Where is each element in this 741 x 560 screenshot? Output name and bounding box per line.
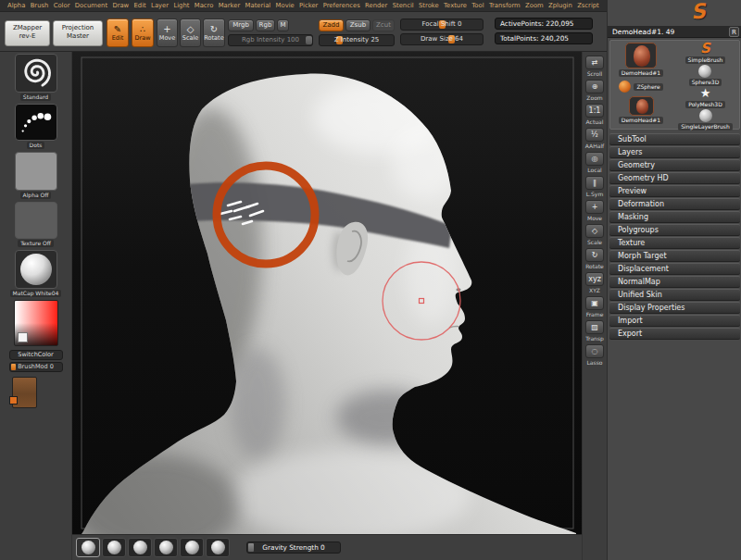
- menu-item-color[interactable]: Color: [54, 0, 70, 12]
- menu-item-alpha[interactable]: Alpha: [7, 0, 25, 12]
- tool-item-zsphere[interactable]: ZSphere: [619, 81, 662, 93]
- menu-item-picker[interactable]: Picker: [299, 0, 318, 12]
- restore-button[interactable]: R: [729, 27, 739, 37]
- brush-mod-slider[interactable]: BrushMod 0: [9, 362, 63, 372]
- color-swatch[interactable]: [18, 332, 28, 342]
- brush-preset-thumb[interactable]: [180, 538, 204, 557]
- zmapper-button[interactable]: ZMapper rev-E: [5, 20, 50, 46]
- menu-item-transform[interactable]: Transform: [489, 0, 521, 12]
- brush-preset-thumb[interactable]: [154, 538, 178, 557]
- brush-preset-thumb[interactable]: [128, 538, 152, 557]
- menu-item-preferences[interactable]: Preferences: [323, 0, 360, 12]
- palette-section-morph-target[interactable]: Morph Target: [609, 250, 740, 262]
- palette-section-display-properties[interactable]: Display Properties: [609, 302, 740, 314]
- palette-section-texture[interactable]: Texture: [609, 237, 740, 249]
- palette-section-preview[interactable]: Preview: [609, 185, 740, 197]
- menu-item-movie[interactable]: Movie: [276, 0, 295, 12]
- shelf-button-transp[interactable]: ▨Transp: [585, 320, 604, 342]
- viewport-canvas[interactable]: [72, 52, 582, 534]
- switch-color-button[interactable]: SwitchColor: [9, 350, 63, 360]
- brush-preset-thumb[interactable]: [76, 538, 100, 557]
- menu-item-stroke[interactable]: Stroke: [419, 0, 439, 12]
- palette-section-normalmap[interactable]: NormalMap: [609, 276, 740, 288]
- material-selector[interactable]: [15, 250, 57, 289]
- palette-section-masking[interactable]: Masking: [609, 211, 740, 223]
- menu-item-zoom[interactable]: Zoom: [525, 0, 544, 12]
- focal-shift-slider[interactable]: Focal Shift 0: [400, 19, 484, 31]
- menu-item-zplugin[interactable]: Zplugin: [548, 0, 572, 12]
- menu-item-marker[interactable]: Marker: [219, 0, 241, 12]
- palette-section-geometry-hd[interactable]: Geometry HD: [609, 172, 740, 184]
- zbrush-window: AlphaBrushColorDocumentDrawEditLayerLigh…: [0, 0, 741, 560]
- move-button[interactable]: + Move: [157, 19, 178, 47]
- menu-item-stencil[interactable]: Stencil: [393, 0, 414, 12]
- zadd-button[interactable]: Zadd: [319, 19, 344, 31]
- rgb-intensity-slider[interactable]: Rgb Intensity 100: [228, 34, 313, 46]
- zsub-button[interactable]: Zsub: [345, 19, 370, 31]
- shelf-button-rotate[interactable]: ↻Rotate: [585, 248, 604, 269]
- shelf-button-lasso[interactable]: ◌Lasso: [585, 344, 604, 366]
- palette-section-deformation[interactable]: Deformation: [609, 198, 740, 210]
- palette-section-export[interactable]: Export: [609, 328, 740, 340]
- alpha-selector[interactable]: [15, 152, 57, 191]
- palette-section-geometry[interactable]: Geometry: [609, 159, 740, 171]
- menu-item-light[interactable]: Light: [173, 0, 189, 12]
- shelf-button-xyz[interactable]: xyzXYZ: [585, 272, 604, 293]
- palette-section-subtool[interactable]: SubTool: [609, 133, 740, 145]
- menu-item-material[interactable]: Material: [245, 0, 271, 12]
- stroke-selector[interactable]: [15, 104, 57, 141]
- tool-item-sphere3d[interactable]: Sphere3D: [689, 65, 722, 86]
- menu-item-texture[interactable]: Texture: [444, 0, 467, 12]
- edit-button[interactable]: ✎ Edit: [107, 19, 129, 47]
- brush-preset-thumb[interactable]: [102, 538, 126, 557]
- brush-selector[interactable]: [15, 54, 57, 93]
- shelf-button-move[interactable]: +Move: [585, 200, 604, 221]
- shelf-button-zoom[interactable]: ⊕Zoom: [585, 80, 604, 101]
- menu-item-zscript[interactable]: Zscript: [577, 0, 599, 12]
- palette-section-import[interactable]: Import: [609, 315, 740, 327]
- scale-button[interactable]: ◇ Scale: [180, 19, 201, 47]
- menu-item-tool[interactable]: Tool: [471, 0, 484, 12]
- menu-item-macro[interactable]: Macro: [195, 0, 214, 12]
- texture-preview-thumb[interactable]: [12, 377, 37, 408]
- palette-section-polygroups[interactable]: Polygroups: [609, 224, 740, 236]
- alpha-label: Alpha Off: [20, 192, 52, 199]
- shelf-button-aahalf[interactable]: ½AAHalf: [585, 128, 604, 149]
- menu-item-render[interactable]: Render: [365, 0, 387, 12]
- draw-button[interactable]: ∴ Draw: [132, 19, 154, 47]
- menu-item-layer[interactable]: Layer: [151, 0, 169, 12]
- shelf-button-scroll[interactable]: ⇄Scroll: [585, 56, 604, 77]
- gravity-strength-handle[interactable]: [248, 543, 254, 552]
- tool-item-demohead-1[interactable]: DemoHead#1: [619, 96, 663, 124]
- tool-item-simplebrush[interactable]: SSimpleBrush: [685, 42, 726, 64]
- zcut-button[interactable]: Zcut: [372, 19, 395, 31]
- rgb-button[interactable]: Rgb: [256, 19, 275, 31]
- shelf-button-scale[interactable]: ◇Scale: [585, 224, 604, 245]
- shelf-button-actual[interactable]: 1:1Actual: [585, 104, 604, 125]
- m-button[interactable]: M: [277, 19, 289, 31]
- mrgb-button[interactable]: Mrgb: [228, 19, 254, 31]
- menu-item-draw[interactable]: Draw: [112, 0, 129, 12]
- tool-item-singlelayerbrush[interactable]: SingleLayerBrush: [678, 109, 733, 131]
- menu-item-brush[interactable]: Brush: [31, 0, 49, 12]
- menu-item-edit[interactable]: Edit: [134, 0, 146, 12]
- palette-section-layers[interactable]: Layers: [609, 146, 740, 158]
- palette-section-displacement[interactable]: Displacement: [609, 263, 740, 275]
- shelf-button-frame[interactable]: ▣Frame: [585, 296, 604, 317]
- gravity-strength-slider[interactable]: Gravity Strength 0: [246, 541, 341, 554]
- z-intensity-slider[interactable]: Z Intensity 25: [319, 34, 395, 46]
- rotate-button[interactable]: ↻ Rotate: [203, 19, 225, 47]
- shelf-button-l-sym[interactable]: ∥L.Sym: [585, 176, 604, 197]
- brush-preset-thumb[interactable]: [206, 538, 230, 557]
- tool-item-demohead-1[interactable]: DemoHead#1: [619, 43, 663, 77]
- menu-item-document[interactable]: Document: [75, 0, 107, 12]
- color-picker[interactable]: [14, 300, 58, 346]
- shelf-button-local[interactable]: ◎Local: [585, 152, 604, 173]
- tool-item-polymesh3d[interactable]: ★PolyMesh3D: [685, 87, 725, 108]
- sphere-icon: [159, 541, 173, 554]
- palette-section-unified-skin[interactable]: Unified Skin: [609, 289, 740, 301]
- brush-mod-handle[interactable]: [11, 364, 16, 370]
- texture-selector[interactable]: [15, 202, 57, 239]
- projection-master-button[interactable]: Projection Master: [53, 20, 103, 46]
- draw-size-slider[interactable]: Draw Size 64: [400, 33, 484, 45]
